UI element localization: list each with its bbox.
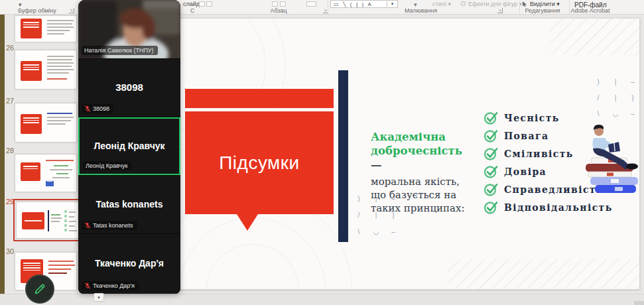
drawing-dialog-launcher-icon[interactable]: ↘ (497, 8, 503, 13)
paragraph-icon[interactable] (199, 1, 205, 7)
participant-tile[interactable]: 38098 38098 (78, 59, 180, 117)
principle-label: Сміливість (504, 149, 574, 159)
clipboard-group-label: Буфер обміну (5, 7, 69, 14)
gallery-scroll-arrow[interactable]: ▾ (387, 1, 397, 7)
acrobat-group-label: Adobe Acrobat (568, 7, 613, 14)
pencil-icon (32, 282, 47, 296)
clipboard-dialog-launcher-icon[interactable]: ↘ (69, 8, 74, 13)
principle-label: Чесність (504, 113, 560, 123)
check-icon (483, 182, 498, 197)
term-text: Академічна доброчесність (371, 131, 462, 157)
check-icon (483, 129, 498, 143)
slide-thumbnail-panel: 26 27 28 (5, 15, 87, 294)
title-accent-bar[interactable] (185, 89, 334, 108)
shape-effects-icon (460, 1, 466, 7)
zoom-participants-panel: Наталія Савелюк (ТНПУ) 38098 38098 Леоні… (78, 0, 180, 294)
slide-thumbnail-25[interactable] (15, 15, 77, 42)
principle-label: Відповідальність (504, 202, 613, 213)
title-speech-bubble[interactable]: Підсумки (185, 111, 334, 214)
speech-bubble-tail (237, 214, 258, 231)
drawing-group-label: Малювання (396, 7, 446, 14)
select-cursor-icon (522, 1, 528, 7)
slides-group-label-partial: С (190, 7, 195, 14)
participant-name-label: Наталія Савелюк (ТНПУ) (82, 46, 158, 55)
list-item: Відповідальність (483, 198, 613, 216)
participant-center-name: Tatas konanets (78, 198, 180, 209)
slide-title: Підсумки (219, 152, 300, 174)
shapes-gallery[interactable]: ▭ ╲ ( { ) А ▾ (330, 0, 398, 8)
slide-thumbnail-28[interactable] (15, 154, 77, 192)
annotation-pencil-button[interactable] (25, 274, 54, 304)
check-icon (483, 111, 498, 125)
text-direction-icon[interactable] (280, 1, 286, 7)
term-dash: — (371, 159, 382, 172)
check-icon (483, 200, 498, 215)
quick-styles-button[interactable]: стилі ▾ (432, 1, 451, 7)
paragraph-icon[interactable] (206, 1, 212, 7)
principle-label: Повага (504, 131, 548, 141)
participant-center-name: 38098 (78, 82, 180, 93)
principle-label: Довіра (504, 166, 547, 177)
participant-tile-active-speaker[interactable]: Леонід Кравчук Леонід Кравчук (78, 117, 180, 175)
paragraph-group-label: Абзац (255, 7, 302, 14)
divider-bar[interactable] (338, 70, 348, 242)
sparkle-decor: )|– /|) \◡– (350, 195, 402, 245)
participant-name-label: Леонід Кравчук (83, 161, 131, 170)
check-icon (483, 147, 498, 161)
align-text-icon[interactable] (306, 1, 316, 7)
participant-name-label: Tatas konanets (82, 221, 137, 230)
check-icon (483, 164, 498, 179)
editing-group-label: Редагування (517, 7, 568, 14)
participant-tile[interactable]: Наталія Савелюк (ТНПУ) (78, 0, 180, 58)
shape-effects-button[interactable]: Ефекти для фігур ▾ (468, 1, 522, 7)
select-button[interactable]: Виділити ▾ (530, 1, 560, 7)
muted-mic-icon (84, 282, 91, 289)
person-on-books-illustration[interactable] (574, 110, 640, 199)
muted-mic-icon (84, 105, 91, 112)
slide-thumbnail-27[interactable] (15, 103, 77, 143)
powerpoint-window: ▾ Буфер обміну ↘ слайд ▾ С Абзац ↘ ▭ ╲ (… (0, 0, 644, 305)
panel-edge-strip (0, 15, 5, 294)
slide-thumbnail-26[interactable] (15, 50, 77, 90)
participant-name-label: Ткаченко Дар'я (82, 281, 139, 290)
panel-collapse-button[interactable]: ▾ (94, 293, 104, 302)
slide-thumbnail-29[interactable] (16, 202, 80, 239)
shape-glyphs: ▭ ╲ ( { ) А (331, 1, 387, 7)
participant-tile[interactable]: Ткаченко Дар'я Ткаченко Дар'я (78, 234, 180, 294)
participant-center-name: Леонід Кравчук (80, 140, 179, 151)
muted-mic-icon (84, 222, 91, 229)
columns-icon[interactable] (272, 1, 278, 7)
statusbar-chip (634, 301, 644, 305)
participant-center-name: Ткаченко Дар'я (78, 258, 180, 269)
participant-name-label: 38098 (82, 104, 113, 113)
participant-tile[interactable]: Tatas konanets Tatas konanets (78, 176, 180, 233)
